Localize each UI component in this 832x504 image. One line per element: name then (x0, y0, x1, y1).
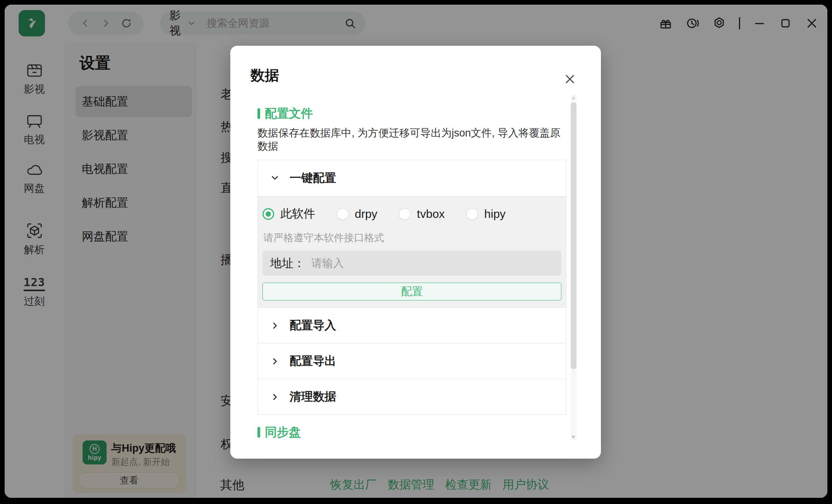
section-header-text: 同步盘 (265, 424, 301, 440)
radio-hipy[interactable]: hipy (466, 207, 506, 221)
chevron-right-icon (270, 392, 280, 402)
accordion-title: 配置导入 (290, 318, 336, 333)
radio-drpy[interactable]: drpy (337, 207, 377, 221)
data-modal: 数据 配置文件 数据保存在数据库中, 为方便迁移可导出为json文件, 导入将覆… (230, 46, 601, 459)
address-input[interactable] (311, 257, 554, 269)
accordion-title: 配置导出 (290, 353, 336, 369)
address-label: 地址： (270, 255, 305, 271)
radio-icon (337, 208, 349, 220)
config-file-section-header: 配置文件 (257, 105, 566, 122)
section-accent-bar (257, 427, 260, 438)
radio-tvbox[interactable]: tvbox (399, 207, 445, 221)
scrollbar-down-arrow[interactable] (571, 436, 575, 439)
accordion-one-key-config[interactable]: 一键配置 (258, 160, 566, 196)
radio-this-software[interactable]: 此软件 (262, 206, 315, 222)
accordion-config-import[interactable]: 配置导入 (258, 307, 566, 343)
config-submit-button[interactable]: 配置 (262, 283, 561, 300)
format-hint-text: 请严格遵守本软件接口格式 (263, 231, 561, 245)
one-key-config-panel: 此软件 drpy tvbox hipy (258, 196, 566, 307)
modal-scrollbar[interactable] (571, 95, 577, 440)
scrollbar-thumb[interactable] (571, 102, 577, 369)
radio-label: 此软件 (280, 206, 315, 222)
chevron-right-icon (270, 321, 280, 330)
config-accordion-group: 一键配置 此软件 drpy tvbo (257, 160, 566, 415)
sync-disk-section-header: 同步盘 (257, 424, 566, 440)
radio-label: hipy (484, 207, 506, 221)
accordion-title: 清理数据 (290, 389, 336, 405)
accordion-clear-data[interactable]: 清理数据 (258, 379, 566, 414)
app-window: 影视 (5, 5, 827, 498)
accordion-title: 一键配置 (290, 170, 336, 186)
chevron-right-icon (270, 357, 280, 366)
radio-icon (262, 208, 274, 220)
modal-title: 数据 (250, 66, 279, 85)
address-field: 地址： (262, 251, 561, 276)
section-header-text: 配置文件 (265, 105, 313, 122)
modal-close-icon[interactable] (563, 72, 577, 86)
radio-icon (399, 208, 411, 220)
config-source-radio-group: 此软件 drpy tvbox hipy (262, 204, 561, 222)
radio-label: tvbox (417, 207, 445, 221)
chevron-down-icon (270, 173, 280, 183)
radio-icon (466, 208, 478, 220)
accordion-config-export[interactable]: 配置导出 (258, 343, 566, 379)
scrollbar-up-arrow[interactable] (571, 96, 575, 99)
radio-label: drpy (355, 207, 377, 221)
config-file-description: 数据保存在数据库中, 为方便迁移可导出为json文件, 导入将覆盖原数据 (257, 126, 566, 153)
section-accent-bar (257, 108, 260, 119)
modal-scroll-area[interactable]: 配置文件 数据保存在数据库中, 为方便迁移可导出为json文件, 导入将覆盖原数… (257, 97, 566, 443)
